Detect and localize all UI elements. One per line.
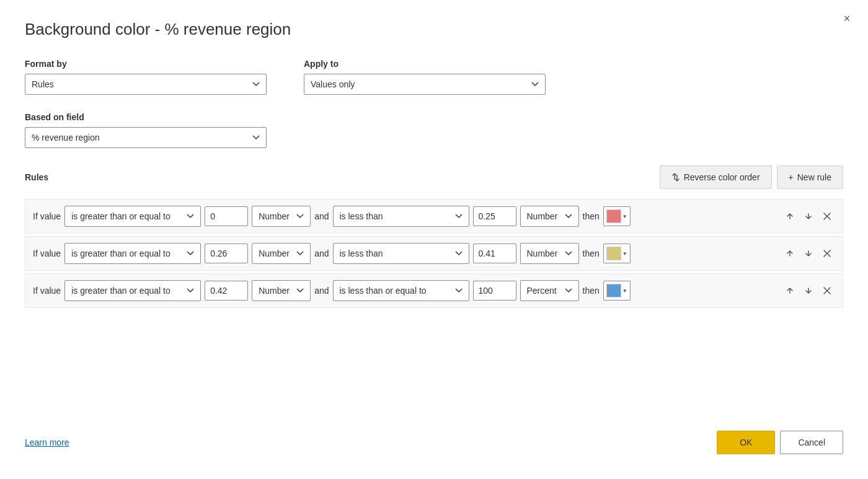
type-select-2[interactable]: Number: [252, 243, 311, 264]
value-input-3[interactable]: [205, 281, 248, 301]
format-apply-row: Format by Rules Apply to Values only: [25, 59, 843, 95]
type2-select-3[interactable]: Percent: [520, 280, 579, 301]
condition2-select-1[interactable]: is less than: [333, 206, 469, 227]
cancel-button[interactable]: Cancel: [780, 431, 843, 454]
type2-select-1[interactable]: Number: [520, 206, 579, 227]
down-arrow-icon: [804, 286, 813, 295]
value-input-2[interactable]: [205, 244, 248, 263]
close-button[interactable]: ×: [838, 10, 856, 27]
condition2-select-2[interactable]: is less than: [333, 243, 469, 264]
rules-label: Rules: [25, 172, 48, 182]
apply-to-label: Apply to: [304, 59, 546, 69]
delete-rule-button-1[interactable]: [819, 209, 835, 223]
up-arrow-icon: [786, 249, 794, 258]
ok-button[interactable]: OK: [717, 431, 775, 454]
close-icon: [823, 249, 831, 258]
format-by-select[interactable]: Rules: [25, 74, 267, 95]
new-rule-button[interactable]: + New rule: [777, 165, 843, 189]
up-arrow-icon: [786, 286, 794, 295]
format-by-group: Format by Rules: [25, 59, 267, 95]
based-on-group: Based on field % revenue region: [25, 112, 843, 148]
background-color-dialog: × Background color - % revenue region Fo…: [0, 0, 868, 479]
if-value-text-1: If value: [33, 211, 61, 221]
move-up-button-2[interactable]: [782, 247, 798, 260]
condition-select-2[interactable]: is greater than or equal to: [64, 243, 201, 264]
type2-select-2[interactable]: Number: [520, 243, 579, 264]
move-down-button-1[interactable]: [800, 209, 817, 223]
down-arrow-icon: [804, 212, 813, 221]
move-up-button-1[interactable]: [782, 209, 798, 223]
down-arrow-icon: [804, 249, 813, 258]
rules-list: If value is greater than or equal to Num…: [25, 199, 843, 308]
rule-controls-2: [782, 247, 835, 260]
rule-controls-3: [782, 284, 835, 297]
based-on-section: Based on field % revenue region: [25, 112, 843, 148]
delete-rule-button-2[interactable]: [819, 247, 835, 260]
rule-row: If value is greater than or equal to Num…: [25, 199, 843, 234]
up-arrow-icon: [786, 212, 794, 221]
format-by-label: Format by: [25, 59, 267, 69]
then-text-3: then: [583, 286, 600, 296]
color-swatch-1: [606, 209, 621, 223]
then-text-1: then: [583, 211, 600, 221]
color-dropdown-arrow-1: ▼: [622, 214, 627, 219]
footer-buttons: OK Cancel: [717, 431, 843, 454]
then-text-2: then: [583, 248, 600, 258]
type-select-3[interactable]: Number: [252, 280, 311, 301]
type-select-1[interactable]: Number: [252, 206, 311, 227]
reverse-color-order-button[interactable]: Reverse color order: [660, 165, 772, 189]
rules-section: Rules Reverse color order + New rule I: [25, 165, 843, 396]
rule-row: If value is greater than or equal to Num…: [25, 273, 843, 308]
delete-rule-button-3[interactable]: [819, 284, 835, 297]
reverse-icon: [671, 173, 680, 182]
color-swatch-2: [606, 247, 621, 260]
learn-more-link[interactable]: Learn more: [25, 437, 69, 447]
apply-to-group: Apply to Values only: [304, 59, 546, 95]
if-value-text-3: If value: [33, 286, 61, 296]
color-swatch-3: [606, 284, 621, 297]
move-up-button-3[interactable]: [782, 284, 798, 297]
close-icon: [823, 286, 831, 295]
apply-to-select[interactable]: Values only: [304, 74, 546, 95]
and-text-1: and: [314, 211, 329, 221]
move-down-button-3[interactable]: [800, 284, 817, 297]
footer: Learn more OK Cancel: [25, 421, 843, 454]
dialog-title: Background color - % revenue region: [25, 20, 843, 39]
based-on-label: Based on field: [25, 112, 843, 122]
condition-select-1[interactable]: is greater than or equal to: [64, 206, 201, 227]
and-text-2: and: [314, 248, 329, 258]
condition-select-3[interactable]: is greater than or equal to: [64, 280, 201, 301]
rules-actions: Reverse color order + New rule: [660, 165, 843, 189]
color-dropdown-arrow-3: ▼: [622, 288, 627, 294]
color-picker-2[interactable]: ▼: [603, 244, 631, 263]
rule-controls-1: [782, 209, 835, 223]
and-text-3: and: [314, 286, 329, 296]
condition2-select-3[interactable]: is less than or equal to: [333, 280, 469, 301]
move-down-button-2[interactable]: [800, 247, 817, 260]
color-picker-1[interactable]: ▼: [603, 206, 631, 226]
value2-input-1[interactable]: [473, 206, 516, 226]
if-value-text-2: If value: [33, 248, 61, 258]
rule-row: If value is greater than or equal to Num…: [25, 236, 843, 271]
color-dropdown-arrow-2: ▼: [622, 251, 627, 257]
based-on-select[interactable]: % revenue region: [25, 127, 267, 148]
value2-input-3[interactable]: [473, 281, 516, 301]
value2-input-2[interactable]: [473, 244, 516, 263]
value-input-1[interactable]: [205, 206, 248, 226]
color-picker-3[interactable]: ▼: [603, 281, 631, 301]
rules-header: Rules Reverse color order + New rule: [25, 165, 843, 189]
close-icon: [823, 212, 831, 221]
